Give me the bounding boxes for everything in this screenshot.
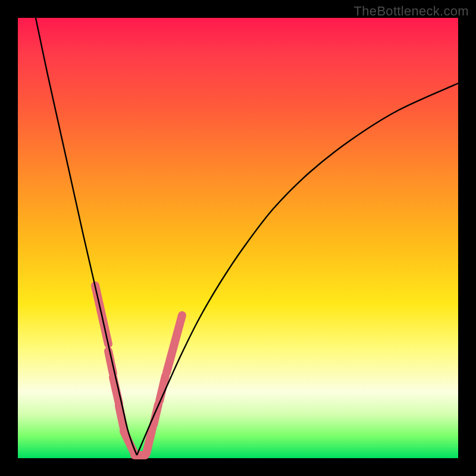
curve-layer [18,18,458,458]
valley-markers [95,286,182,455]
curve-left-branch [36,18,137,455]
curve-right-branch [137,83,458,455]
watermark-text: TheBottleneck.com [354,4,469,19]
chart-frame: TheBottleneck.com [0,0,476,476]
valley-marker-segment [167,315,182,372]
